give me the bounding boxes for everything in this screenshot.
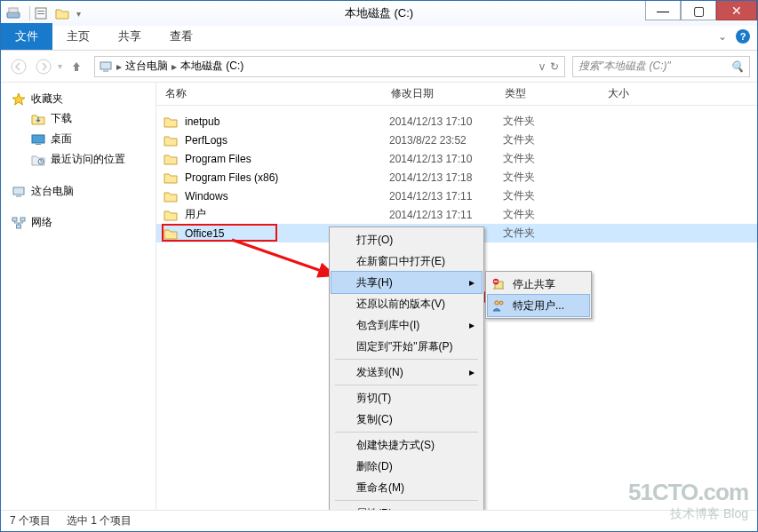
breadcrumb-seg-thispc[interactable]: 这台电脑 <box>125 59 168 74</box>
submenu-arrow-icon: ▸ <box>469 319 475 331</box>
file-name: Windows <box>185 190 389 202</box>
svg-rect-8 <box>103 70 108 72</box>
file-name: Program Files (x86) <box>185 171 389 184</box>
file-row[interactable]: Windows2014/12/13 17:11文件夹 <box>156 187 757 205</box>
file-date: 2014/12/13 17:18 <box>389 171 503 184</box>
qat-dropdown-icon[interactable]: ▾ <box>76 9 81 19</box>
file-row[interactable]: PerfLogs2013/8/22 23:52文件夹 <box>156 131 757 149</box>
content-area: 收藏夹 下载 桌面 最近访问的位置 这台电脑 <box>1 83 757 510</box>
tab-home[interactable]: 主页 <box>52 23 104 50</box>
file-list-pane: 名称 修改日期 类型 大小 inetpub2014/12/13 17:10文件夹… <box>156 83 757 510</box>
refresh-icon[interactable]: ↻ <box>550 60 559 73</box>
menu-send-to[interactable]: 发送到(N)▸ <box>331 361 482 383</box>
explorer-window: ▾ 本地磁盘 (C:) — ▢ ✕ 文件 主页 共享 查看 ⌄ ? ▾ ▸ 这台… <box>0 0 758 532</box>
title-bar: ▾ 本地磁盘 (C:) — ▢ ✕ <box>1 1 757 26</box>
svg-rect-15 <box>20 218 25 221</box>
history-dropdown-icon[interactable]: ▾ <box>58 61 62 71</box>
col-name[interactable]: 名称 <box>156 86 382 101</box>
svg-rect-9 <box>32 135 44 143</box>
svg-rect-10 <box>36 144 41 145</box>
file-type: 文件夹 <box>503 226 606 241</box>
back-button[interactable] <box>8 56 29 77</box>
file-type: 文件夹 <box>503 114 606 129</box>
pc-icon <box>99 60 113 73</box>
users-icon <box>491 299 506 312</box>
file-row[interactable]: Program Files (x86)2014/12/13 17:18文件夹 <box>156 168 757 187</box>
file-date: 2014/12/13 17:11 <box>389 209 503 221</box>
ribbon-expand-icon[interactable]: ⌄ <box>718 30 727 43</box>
submenu-specific-users[interactable]: 特定用户... <box>488 295 589 316</box>
menu-pin-to-start[interactable]: 固定到"开始"屏幕(P) <box>331 336 482 357</box>
submenu-arrow-icon: ▸ <box>469 276 475 289</box>
folder-icon <box>164 171 178 184</box>
submenu-arrow-icon: ▸ <box>469 366 475 378</box>
svg-rect-13 <box>16 195 21 197</box>
breadcrumb-seg-drive[interactable]: 本地磁盘 (C:) <box>180 59 243 74</box>
col-date[interactable]: 修改日期 <box>382 86 496 101</box>
up-button[interactable] <box>66 56 87 77</box>
tab-view[interactable]: 查看 <box>156 23 207 50</box>
menu-share[interactable]: 共享(H)▸ <box>331 272 482 293</box>
svg-point-19 <box>495 301 499 305</box>
menu-rename[interactable]: 重命名(M) <box>331 477 482 498</box>
menu-delete[interactable]: 删除(D) <box>331 456 482 477</box>
sidebar-favorites-header[interactable]: 收藏夹 <box>1 90 156 108</box>
share-submenu: 停止共享 特定用户... <box>485 271 592 319</box>
search-placeholder: 搜索"本地磁盘 (C:)" <box>578 59 671 74</box>
address-bar[interactable]: ▸ 这台电脑 ▸ 本地磁盘 (C:) v ↻ <box>94 56 565 77</box>
drive-icon <box>6 7 20 20</box>
tab-file[interactable]: 文件 <box>1 23 52 50</box>
folder-icon <box>164 153 178 165</box>
sidebar-item-downloads[interactable]: 下载 <box>1 108 156 129</box>
col-type[interactable]: 类型 <box>496 86 599 101</box>
svg-rect-1 <box>9 8 18 12</box>
stop-share-icon <box>491 278 506 290</box>
window-title: 本地磁盘 (C:) <box>1 5 757 21</box>
folder-icon <box>164 190 178 202</box>
breadcrumb-dropdown-icon[interactable]: v <box>539 60 545 73</box>
file-row[interactable]: 用户2014/12/13 17:11文件夹 <box>156 205 757 224</box>
menu-create-shortcut[interactable]: 创建快捷方式(S) <box>331 434 482 456</box>
status-item-count: 7 个项目 <box>10 513 51 528</box>
file-type: 文件夹 <box>503 151 606 166</box>
maximize-button[interactable]: ▢ <box>681 1 716 20</box>
file-name: PerfLogs <box>185 134 389 147</box>
sidebar-network[interactable]: 网络 <box>1 213 156 232</box>
svg-rect-7 <box>100 62 111 69</box>
col-size[interactable]: 大小 <box>599 86 757 101</box>
file-type: 文件夹 <box>503 188 606 203</box>
menu-copy[interactable]: 复制(C) <box>331 409 482 430</box>
folder-icon <box>164 209 178 221</box>
menu-open[interactable]: 打开(O) <box>331 229 482 250</box>
sidebar-thispc[interactable]: 这台电脑 <box>1 182 156 201</box>
file-name: Program Files <box>185 153 389 165</box>
svg-rect-14 <box>12 218 17 221</box>
svg-rect-12 <box>13 187 24 195</box>
menu-include-in-library[interactable]: 包含到库中(I)▸ <box>331 314 482 336</box>
file-date: 2014/12/13 17:10 <box>389 115 503 128</box>
svg-point-5 <box>12 60 26 74</box>
sidebar-item-desktop[interactable]: 桌面 <box>1 129 156 149</box>
tab-share[interactable]: 共享 <box>104 23 156 50</box>
submenu-stop-sharing[interactable]: 停止共享 <box>488 274 589 295</box>
menu-properties[interactable]: 属性(R) <box>331 503 482 510</box>
network-icon <box>12 217 26 229</box>
menu-open-new-window[interactable]: 在新窗口中打开(E) <box>331 250 482 272</box>
new-folder-icon[interactable] <box>55 7 69 20</box>
forward-button[interactable] <box>33 56 54 77</box>
menu-restore-previous[interactable]: 还原以前的版本(V) <box>331 293 482 314</box>
svg-rect-3 <box>37 11 44 12</box>
minimize-button[interactable]: — <box>645 1 681 20</box>
close-button[interactable]: ✕ <box>716 1 757 20</box>
file-date: 2014/12/13 17:10 <box>389 153 503 165</box>
computer-icon <box>12 186 26 198</box>
download-folder-icon <box>31 113 45 125</box>
sidebar-item-recent[interactable]: 最近访问的位置 <box>1 149 156 170</box>
properties-icon[interactable] <box>34 7 48 20</box>
file-name: 用户 <box>185 207 389 222</box>
file-row[interactable]: Program Files2014/12/13 17:10文件夹 <box>156 149 757 168</box>
menu-cut[interactable]: 剪切(T) <box>331 387 482 409</box>
search-input[interactable]: 搜索"本地磁盘 (C:)" 🔍 <box>572 56 750 77</box>
help-icon[interactable]: ? <box>736 29 750 44</box>
file-row[interactable]: inetpub2014/12/13 17:10文件夹 <box>156 112 757 131</box>
